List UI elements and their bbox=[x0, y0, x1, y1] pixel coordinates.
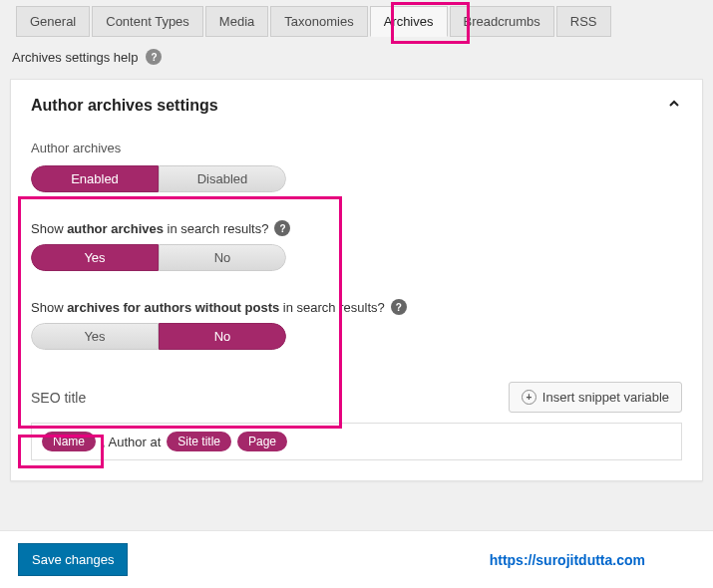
author-archives-label: Author archives bbox=[11, 119, 702, 165]
insert-snippet-label: Insert snippet variable bbox=[542, 390, 669, 405]
help-icon[interactable]: ? bbox=[146, 49, 162, 65]
help-icon[interactable]: ? bbox=[274, 220, 290, 236]
yes-button[interactable]: Yes bbox=[31, 244, 159, 271]
no-button[interactable]: No bbox=[159, 244, 286, 271]
variable-pill-site-title[interactable]: Site title bbox=[167, 432, 231, 451]
q-authors-without-posts: Show archives for authors without posts … bbox=[11, 281, 702, 323]
show-author-archives-toggle: Yes No bbox=[31, 244, 286, 271]
footer: Save changes https://surojitdutta.com bbox=[0, 530, 713, 588]
settings-tabs: General Content Types Media Taxonomies A… bbox=[0, 0, 713, 37]
tab-content-types[interactable]: Content Types bbox=[92, 6, 203, 37]
tab-taxonomies[interactable]: Taxonomies bbox=[270, 6, 367, 37]
footer-link[interactable]: https://surojitdutta.com bbox=[490, 552, 645, 568]
q-show-author-archives: Show author archives in search results? … bbox=[11, 202, 702, 244]
variable-pill-name[interactable]: Name bbox=[42, 432, 96, 451]
help-label: Archives settings help bbox=[12, 50, 138, 65]
yes-button[interactable]: Yes bbox=[31, 323, 159, 350]
plus-icon: + bbox=[522, 390, 536, 405]
authors-without-posts-toggle: Yes No bbox=[31, 323, 286, 350]
panel-header[interactable]: Author archives settings bbox=[11, 80, 702, 119]
seo-title-input[interactable]: Name , Author at Site title Page bbox=[31, 423, 682, 460]
help-icon[interactable]: ? bbox=[391, 299, 407, 315]
tab-breadcrumbs[interactable]: Breadcrumbs bbox=[450, 6, 554, 37]
tab-rss[interactable]: RSS bbox=[556, 6, 611, 37]
tab-media[interactable]: Media bbox=[205, 6, 268, 37]
panel-title: Author archives settings bbox=[31, 97, 218, 115]
author-archives-panel: Author archives settings Author archives… bbox=[10, 79, 703, 481]
insert-snippet-button[interactable]: + Insert snippet variable bbox=[509, 382, 682, 413]
tab-general[interactable]: General bbox=[16, 6, 90, 37]
tab-archives[interactable]: Archives bbox=[370, 6, 448, 37]
no-button[interactable]: No bbox=[159, 323, 286, 350]
seo-title-label: SEO title bbox=[31, 390, 86, 406]
save-changes-button[interactable]: Save changes bbox=[18, 543, 128, 576]
snippet-text: , Author at bbox=[102, 435, 161, 449]
chevron-up-icon bbox=[666, 96, 682, 115]
disabled-button[interactable]: Disabled bbox=[159, 165, 286, 192]
variable-pill-page[interactable]: Page bbox=[237, 432, 287, 451]
author-archives-toggle: Enabled Disabled bbox=[31, 165, 286, 192]
enabled-button[interactable]: Enabled bbox=[31, 165, 159, 192]
